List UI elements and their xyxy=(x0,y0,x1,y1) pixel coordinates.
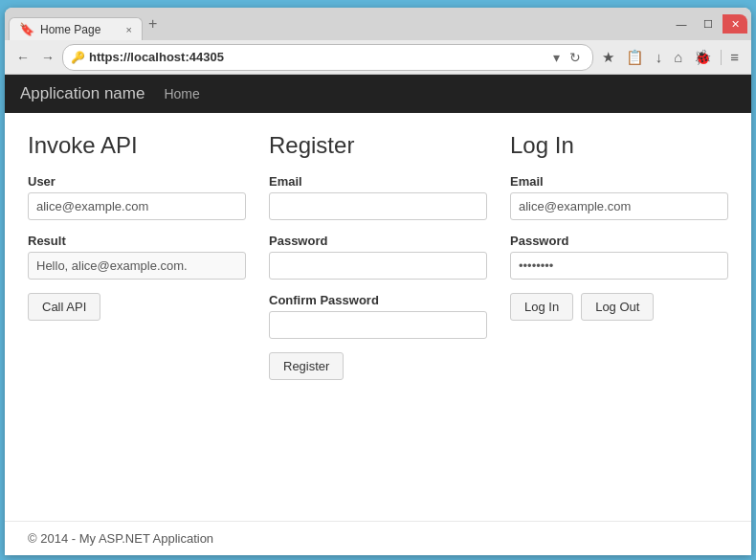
menu-button[interactable]: ≡ xyxy=(725,47,744,67)
toolbar-separator xyxy=(721,50,722,65)
register-email-label: Email xyxy=(269,174,487,189)
user-input[interactable] xyxy=(28,192,246,220)
login-email-input[interactable] xyxy=(510,192,728,220)
tab-title: Home Page xyxy=(40,23,100,36)
register-email-group: Email xyxy=(269,174,487,220)
browser-tab[interactable]: 🔖 Home Page × xyxy=(9,17,143,40)
address-https: https:// xyxy=(89,50,130,64)
login-email-label: Email xyxy=(510,174,728,189)
login-password-input[interactable] xyxy=(510,252,728,280)
register-email-input[interactable] xyxy=(269,192,487,220)
footer: © 2014 - My ASP.NET Application xyxy=(5,521,751,555)
page-content: Invoke API User Result Call API Register… xyxy=(5,113,751,521)
login-button[interactable]: Log In xyxy=(510,293,573,321)
footer-text: © 2014 - My ASP.NET Application xyxy=(28,531,213,546)
app-navbar: Application name Home xyxy=(5,75,751,113)
tab-area: 🔖 Home Page × + xyxy=(9,8,669,40)
back-button[interactable]: ← xyxy=(12,48,33,67)
star-button[interactable]: ★ xyxy=(597,47,619,68)
register-title: Register xyxy=(269,132,487,159)
call-api-button[interactable]: Call API xyxy=(28,293,100,321)
restore-button[interactable]: ☐ xyxy=(696,14,721,34)
login-password-group: Password xyxy=(510,234,728,280)
result-label: Result xyxy=(28,234,246,248)
invoke-api-section: Invoke API User Result Call API xyxy=(28,132,269,380)
login-password-label: Password xyxy=(510,234,728,248)
tab-favicon: 🔖 xyxy=(19,22,34,36)
address-btns: ▾ ↻ xyxy=(549,48,585,67)
address-host: localhost xyxy=(130,50,185,64)
tab-close-btn[interactable]: × xyxy=(126,24,132,35)
forward-button[interactable]: → xyxy=(37,48,58,67)
content-columns: Invoke API User Result Call API Register… xyxy=(28,132,728,380)
address-dropdown-btn[interactable]: ▾ xyxy=(549,48,564,67)
home-button[interactable]: ⌂ xyxy=(669,47,687,67)
new-tab-button[interactable]: + xyxy=(143,15,163,33)
register-button[interactable]: Register xyxy=(269,352,344,380)
minimize-button[interactable]: — xyxy=(669,14,694,34)
register-password-label: Password xyxy=(269,234,487,248)
address-text: https://localhost:44305 xyxy=(89,50,544,64)
login-buttons: Log In Log Out xyxy=(510,293,728,321)
result-field-group: Result xyxy=(28,234,246,280)
bug-button[interactable]: 🐞 xyxy=(689,47,717,68)
close-button[interactable]: ✕ xyxy=(723,14,747,34)
login-title: Log In xyxy=(510,132,728,159)
invoke-api-title: Invoke API xyxy=(28,132,246,159)
toolbar-icons: ★ 📋 ↓ ⌂ 🐞 ≡ xyxy=(597,47,744,68)
address-port: :44305 xyxy=(185,50,223,64)
nav-home-link[interactable]: Home xyxy=(164,86,199,101)
user-label: User xyxy=(28,174,246,189)
download-button[interactable]: ↓ xyxy=(651,47,668,67)
address-input-wrap[interactable]: 🔑 https://localhost:44305 ▾ ↻ xyxy=(62,44,593,71)
address-bar: ← → 🔑 https://localhost:44305 ▾ ↻ ★ 📋 ↓ … xyxy=(5,40,751,75)
lock-icon: 🔑 xyxy=(71,51,85,64)
clipboard-button[interactable]: 📋 xyxy=(621,47,649,68)
login-email-group: Email xyxy=(510,174,728,220)
result-input xyxy=(28,252,246,280)
login-section: Log In Email Password Log In Log Out xyxy=(510,132,728,380)
app-name: Application name xyxy=(20,84,145,103)
register-password-group: Password xyxy=(269,234,487,280)
reload-button[interactable]: ↻ xyxy=(566,48,585,67)
title-bar: 🔖 Home Page × + — ☐ ✕ xyxy=(5,8,751,40)
register-password-input[interactable] xyxy=(269,252,487,280)
register-confirm-input[interactable] xyxy=(269,311,487,339)
window-controls: — ☐ ✕ xyxy=(669,8,747,40)
register-section: Register Email Password Confirm Password… xyxy=(269,132,510,380)
user-field-group: User xyxy=(28,174,246,220)
logout-button[interactable]: Log Out xyxy=(581,293,654,321)
register-confirm-label: Confirm Password xyxy=(269,293,487,307)
register-confirm-group: Confirm Password xyxy=(269,293,487,339)
